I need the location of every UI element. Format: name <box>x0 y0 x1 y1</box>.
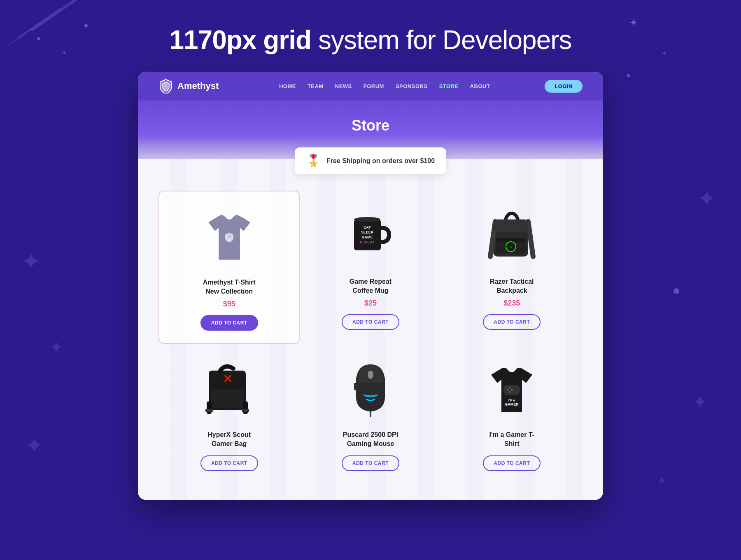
svg-rect-20 <box>205 409 213 412</box>
login-button[interactable]: LOGIN <box>545 80 583 93</box>
nav-sponsors[interactable]: SPONSORS <box>396 83 428 89</box>
product-card-backpack: ✦ Razer TacticalBackpack $235 ADD TO CAR… <box>441 191 583 344</box>
main-container: Amethyst HOME TEAM NEWS FORUM SPONSORS S… <box>130 72 611 500</box>
store-content: 🎖️ Free Shipping on orders over $100 <box>138 159 603 500</box>
svg-point-30 <box>509 391 510 393</box>
product-image-gamerbag: ✕ <box>167 356 291 422</box>
product-price-tshirt: $95 <box>168 300 291 308</box>
nav-links: HOME TEAM NEWS FORUM SPONSORS STORE ABOU… <box>241 83 528 89</box>
svg-text:REPEAT: REPEAT <box>360 240 375 244</box>
svg-rect-16 <box>211 389 244 408</box>
nav-forum[interactable]: FORUM <box>364 83 384 89</box>
star-right-big-1: ✦ <box>697 185 716 212</box>
brand-icon <box>158 79 173 93</box>
svg-rect-21 <box>242 409 249 412</box>
svg-point-3 <box>354 217 380 222</box>
product-card-gamerbag: ✕ HyperX ScoutGamer Bag ADD TO CART <box>158 344 300 483</box>
product-image-mug: EAT SLEEP GAME REPEAT <box>308 203 433 269</box>
nav-store[interactable]: STORE <box>439 83 459 89</box>
product-name-mug: Game RepeatCoffee Mug <box>308 277 433 296</box>
product-name-mouse: Puscard 2500 DPIGaming Mouse <box>308 430 433 449</box>
add-to-cart-gamertshirt[interactable]: ADD TO CART <box>483 455 541 471</box>
dot-tr <box>627 74 630 77</box>
svg-rect-22 <box>368 371 373 379</box>
products-grid: Amethyst T-ShirtNew Collection $95 ADD T… <box>138 191 603 500</box>
product-name-backpack: Razer TacticalBackpack <box>450 277 574 296</box>
svg-rect-25 <box>354 387 357 390</box>
svg-rect-24 <box>354 384 357 387</box>
product-name-gamerbag: HyperX ScoutGamer Bag <box>167 430 291 449</box>
svg-text:I'M A: I'M A <box>508 399 515 402</box>
add-to-cart-mug[interactable]: ADD TO CART <box>342 314 399 330</box>
nav-team[interactable]: TEAM <box>308 83 324 89</box>
nav-news[interactable]: NEWS <box>335 83 352 89</box>
shipping-banner-wrapper: 🎖️ Free Shipping on orders over $100 <box>138 159 603 191</box>
shipping-banner: 🎖️ Free Shipping on orders over $100 <box>295 147 446 174</box>
svg-text:✕: ✕ <box>222 373 232 385</box>
product-name-gamertshirt: I'm a Gamer T-Shirt <box>450 430 574 449</box>
star-left-big-2: ✦ <box>49 338 63 357</box>
shipping-icon: 🎖️ <box>306 154 321 168</box>
page-header: 1170px grid system for Developers <box>0 0 741 72</box>
product-image-backpack: ✦ <box>450 203 574 269</box>
add-to-cart-backpack[interactable]: ADD TO CART <box>483 314 541 330</box>
product-price-backpack: $235 <box>450 299 574 308</box>
product-image-tshirt <box>168 204 291 270</box>
svg-text:EAT: EAT <box>364 225 371 229</box>
product-card-mug: EAT SLEEP GAME REPEAT Game RepeatCoffee … <box>300 191 441 344</box>
dot-right <box>673 288 679 294</box>
product-card-gamertshirt: I'M A GAMER I'm a Gamer T-Shirt ADD TO C… <box>441 344 583 483</box>
store-title: Store <box>138 117 603 134</box>
page-title: 1170px grid system for Developers <box>8 25 733 55</box>
nav-home[interactable]: HOME <box>279 83 296 89</box>
add-to-cart-gamerbag[interactable]: ADD TO CART <box>200 455 258 471</box>
navbar: Amethyst HOME TEAM NEWS FORUM SPONSORS S… <box>138 72 603 100</box>
svg-point-32 <box>511 389 513 391</box>
shipping-text: Free Shipping on orders over $100 <box>326 157 435 165</box>
mockup-card: Amethyst HOME TEAM NEWS FORUM SPONSORS S… <box>138 72 603 500</box>
nav-about[interactable]: ABOUT <box>470 83 490 89</box>
svg-rect-14 <box>493 219 528 232</box>
add-to-cart-mouse[interactable]: ADD TO CART <box>342 455 399 471</box>
add-to-cart-tshirt[interactable]: ADD TO CART <box>200 315 258 331</box>
product-image-mouse <box>308 356 433 422</box>
product-card-mouse: Puscard 2500 DPIGaming Mouse ADD TO CART <box>300 344 441 483</box>
product-name-tshirt: Amethyst T-ShirtNew Collection <box>168 278 291 296</box>
star-right-big-3: ✦ <box>657 474 667 488</box>
product-image-gamertshirt: I'M A GAMER <box>450 356 574 422</box>
star-left-big-3: ✦ <box>25 432 44 459</box>
product-price-mug: $25 <box>308 299 433 308</box>
svg-text:SLEEP: SLEEP <box>361 230 373 234</box>
svg-point-31 <box>507 389 508 391</box>
brand-logo[interactable]: Amethyst <box>158 79 224 93</box>
star-left-big-1: ✦ <box>21 247 41 276</box>
svg-text:GAME: GAME <box>361 235 373 239</box>
svg-text:✦: ✦ <box>510 245 513 249</box>
svg-text:GAMER: GAMER <box>505 402 519 406</box>
product-card-tshirt: Amethyst T-ShirtNew Collection $95 ADD T… <box>158 191 300 344</box>
star-right-big-2: ✦ <box>692 391 708 413</box>
svg-point-29 <box>509 387 510 389</box>
